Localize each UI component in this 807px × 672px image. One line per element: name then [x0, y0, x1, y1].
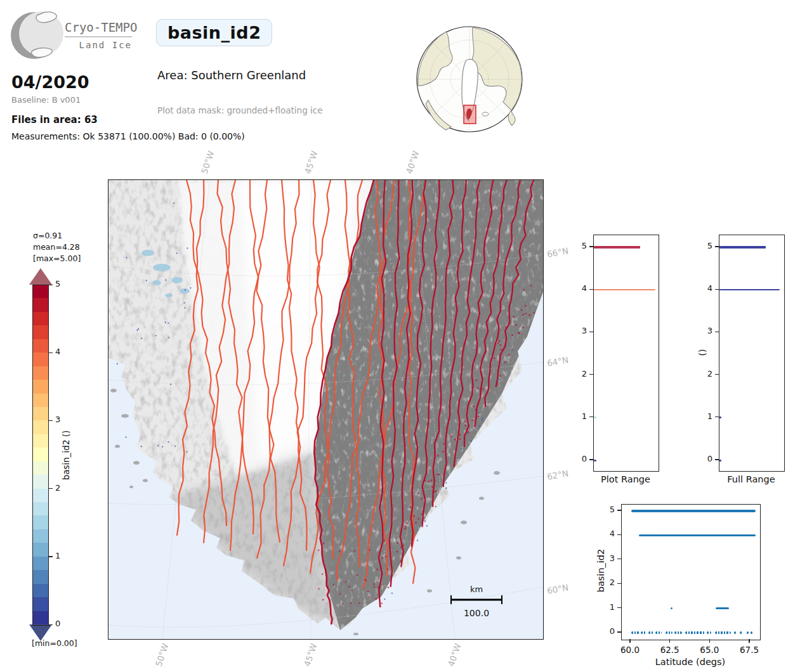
data-speckle	[476, 380, 477, 381]
data-speckle	[459, 434, 461, 435]
data-speckle	[384, 540, 385, 541]
data-speckle	[168, 337, 169, 338]
data-speckle	[450, 436, 452, 437]
plot-mask-label: Plot data mask: grounded+floating ice	[157, 105, 322, 115]
data-speckle	[476, 417, 477, 418]
data-speckle	[472, 420, 473, 421]
data-speckle	[499, 379, 501, 380]
data-speckle	[327, 586, 329, 587]
y-tick-label: 5	[570, 241, 587, 250]
data-speckle	[349, 586, 350, 587]
data-speckle	[418, 518, 419, 519]
colorbar-tick-label: 4	[55, 347, 60, 356]
scatter-y-tick-label: 5	[601, 505, 615, 514]
colorbar-axis-label: basin_id2 ()	[61, 430, 71, 481]
data-speckle	[482, 417, 483, 418]
colorbar-outline	[32, 285, 49, 626]
data-speckle	[400, 546, 402, 548]
data-speckle	[138, 328, 139, 330]
colorbar: 543210	[0, 0, 102, 672]
data-speckle	[428, 481, 429, 482]
data-speckle	[513, 316, 514, 317]
y-tick-label: 3	[696, 326, 712, 335]
data-speckle	[431, 486, 433, 488]
range-line-value-4	[719, 289, 780, 290]
data-speckle	[436, 474, 438, 475]
min-value: [min=0.00]	[32, 638, 77, 648]
data-speckle	[339, 593, 341, 595]
data-speckle	[477, 387, 478, 389]
data-speckle	[318, 550, 319, 551]
data-speckle	[141, 338, 142, 339]
data-speckle	[170, 384, 171, 385]
data-speckle	[478, 413, 479, 414]
data-speckle	[508, 322, 509, 323]
lat-label: 64°N	[546, 354, 569, 368]
data-speckle	[318, 588, 319, 590]
data-speckle	[528, 314, 530, 316]
full-range-title: Full Range	[719, 474, 784, 484]
scatter-y-tick-label: 1	[601, 602, 615, 612]
latitude-scatter-chart	[621, 504, 761, 640]
data-speckle	[479, 425, 480, 427]
data-speckle	[379, 606, 381, 607]
data-speckle	[187, 248, 188, 249]
colorbar-tick	[49, 285, 53, 285]
data-speckle	[459, 438, 461, 439]
scatter-band-y0	[747, 631, 749, 633]
data-speckle	[376, 598, 377, 600]
range-line-value-0	[594, 460, 596, 462]
scale-bar-length: 100.0	[464, 608, 489, 618]
plot-range-title: Plot Range	[593, 474, 658, 484]
scatter-band-y0	[655, 631, 662, 633]
data-speckle	[499, 375, 501, 376]
range-line-value-4	[594, 289, 655, 290]
colorbar-tick-label: 5	[55, 279, 60, 288]
data-speckle	[494, 358, 495, 359]
data-speckle	[126, 257, 127, 258]
data-speckle	[500, 354, 501, 356]
scatter-band-y0	[707, 631, 711, 633]
data-speckle	[405, 526, 406, 527]
range-line-value-1	[594, 417, 596, 418]
data-speckle	[167, 441, 169, 443]
data-speckle	[445, 488, 447, 489]
y-tick-label: 2	[570, 369, 587, 378]
colorbar-tick-label: 0	[55, 619, 60, 628]
data-speckle	[473, 406, 475, 407]
data-speckle	[426, 525, 428, 526]
data-speckle	[165, 321, 166, 323]
data-speckle	[185, 289, 186, 290]
data-speckle	[184, 307, 185, 309]
data-speckle	[499, 340, 500, 342]
data-speckle	[157, 445, 159, 446]
data-speckle	[381, 557, 383, 559]
data-speckle	[417, 529, 418, 531]
data-speckle	[423, 510, 424, 512]
data-speckle	[166, 280, 167, 281]
data-speckle	[345, 581, 346, 583]
data-speckle	[504, 345, 506, 346]
area-label: Area: Southern Greenland	[157, 68, 306, 82]
scatter-x-tick-label: 67.5	[733, 645, 765, 655]
data-speckle	[176, 252, 178, 254]
data-speckle	[457, 457, 458, 458]
data-speckle	[525, 313, 526, 314]
data-speckle	[397, 551, 398, 552]
data-speckle	[477, 404, 478, 405]
lon-label-top: 45°W	[303, 150, 320, 175]
scatter-band-y0	[740, 631, 743, 633]
colorbar-over-arrow	[29, 268, 52, 285]
lon-label-bottom: 40°W	[446, 642, 463, 668]
data-speckle	[400, 560, 402, 562]
data-speckle	[504, 363, 505, 364]
data-speckle	[359, 603, 360, 604]
scatter-band-y0	[631, 631, 640, 633]
scatter-band-y4	[639, 534, 756, 536]
data-speckle	[436, 491, 437, 492]
y-tick-label: 0	[570, 454, 587, 463]
scatter-band-y0	[734, 631, 736, 633]
data-speckle	[184, 302, 185, 304]
data-speckle	[445, 482, 447, 484]
data-speckle	[497, 342, 499, 344]
